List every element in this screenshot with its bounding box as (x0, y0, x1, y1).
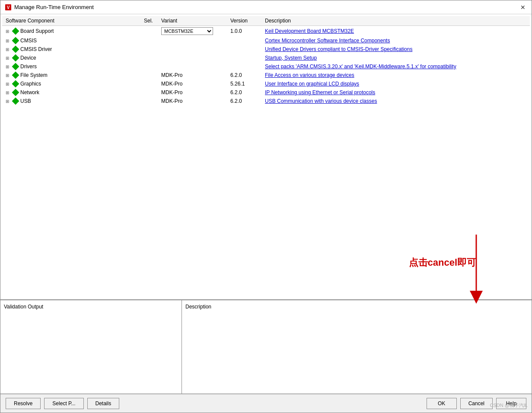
tree-item-cmsis[interactable]: ⊞CMSIS (6, 38, 137, 44)
variant-cell: MCBSTM32E (158, 26, 227, 37)
variant-cell: MDK-Pro (158, 71, 227, 79)
component-label: Drivers (20, 64, 37, 70)
version-cell: 5.26.1 (227, 79, 261, 88)
component-diamond-icon (13, 89, 19, 95)
description-cell: Unified Device Drivers compliant to CMSI… (261, 45, 530, 54)
version-cell: 6.2.0 (227, 71, 261, 79)
description-link[interactable]: Startup, System Setup (265, 55, 317, 61)
expand-icon[interactable]: ⊞ (6, 29, 11, 34)
tree-item-board-support[interactable]: ⊞Board Support (6, 28, 137, 34)
table-row: ⊞File SystemMDK-Pro6.2.0File Access on v… (2, 71, 530, 79)
sel-cell (140, 26, 158, 37)
description-cell: Cortex Microcontroller Software Interfac… (261, 36, 530, 45)
description-panel: Description 点击cancel即可 (182, 300, 532, 394)
component-diamond-icon (13, 38, 19, 44)
ok-button[interactable]: OK (427, 398, 457, 409)
resolve-button[interactable]: Resolve (6, 398, 41, 409)
version-cell (227, 36, 261, 45)
component-diamond-icon (13, 55, 19, 61)
bottom-content: Validation Output Description 点击cancel即可 (0, 300, 532, 394)
expand-icon[interactable]: ⊞ (6, 38, 11, 43)
expand-icon[interactable]: ⊞ (6, 56, 11, 60)
validation-panel: Validation Output (0, 300, 182, 394)
description-link[interactable]: File Access on various storage devices (265, 72, 354, 78)
svg-text:V: V (7, 5, 10, 10)
table-row: ⊞DeviceStartup, System Setup (2, 54, 530, 62)
table-header-row: Software Component Sel. Variant Version … (2, 16, 530, 26)
watermark: CSDN @橘子汽IL (490, 402, 528, 409)
bottom-panel: Validation Output Description 点击cancel即可 (0, 300, 532, 413)
main-window: V Manage Run-Time Environment ✕ Software… (0, 0, 532, 413)
version-cell (227, 45, 261, 54)
variant-cell (158, 45, 227, 54)
expand-icon[interactable]: ⊞ (6, 82, 11, 86)
version-cell (227, 62, 261, 71)
component-label: CMSIS Driver (20, 46, 52, 52)
tree-item-device[interactable]: ⊞Device (6, 55, 137, 61)
table-row: ⊞USBMDK-Pro6.2.0USB Communication with v… (2, 97, 530, 105)
sel-cell (140, 36, 158, 45)
close-button[interactable]: ✕ (519, 3, 527, 12)
tree-item-drivers[interactable]: ⊞Drivers (6, 64, 137, 70)
description-cell: Keil Development Board MCBSTM32E (261, 26, 530, 37)
description-cell: User Interface on graphical LCD displays (261, 79, 530, 88)
version-cell: 1.0.0 (227, 26, 261, 37)
version-cell (227, 54, 261, 62)
tree-item-network[interactable]: ⊞Network (6, 89, 137, 95)
col-header-sel: Sel. (140, 16, 158, 26)
description-cell: File Access on various storage devices (261, 71, 530, 79)
select-p-button[interactable]: Select P... (44, 398, 83, 409)
variant-cell: MDK-Pro (158, 79, 227, 88)
description-link[interactable]: Select packs 'ARM.CMSIS.3.20.x' and 'Kei… (265, 64, 456, 70)
table-row: ⊞CMSISCortex Microcontroller Software In… (2, 36, 530, 45)
col-header-component: Software Component (2, 16, 140, 26)
component-diamond-icon (13, 72, 19, 78)
table-row: ⊞NetworkMDK-Pro6.2.0IP Networking using … (2, 88, 530, 97)
window-title: Manage Run-Time Environment (14, 4, 94, 10)
component-label: Network (20, 89, 39, 95)
description-link[interactable]: Keil Development Board MCBSTM32E (265, 28, 354, 34)
tree-item-file-system[interactable]: ⊞File System (6, 72, 137, 78)
component-diamond-icon (13, 98, 19, 104)
sel-cell (140, 62, 158, 71)
table-row: ⊞Board SupportMCBSTM32E1.0.0Keil Develop… (2, 26, 530, 37)
component-label: Board Support (20, 28, 54, 34)
cancel-button[interactable]: Cancel (460, 398, 493, 409)
version-cell: 6.2.0 (227, 88, 261, 97)
expand-icon[interactable]: ⊞ (6, 90, 11, 95)
description-cell: USB Communication with various device cl… (261, 97, 530, 105)
component-diamond-icon (13, 46, 19, 52)
description-cell: Startup, System Setup (261, 54, 530, 62)
sel-cell (140, 71, 158, 79)
description-link[interactable]: User Interface on graphical LCD displays (265, 81, 359, 87)
description-link[interactable]: IP Networking using Ethernet or Serial p… (265, 89, 375, 95)
component-label: Graphics (20, 81, 41, 87)
expand-icon[interactable]: ⊞ (6, 73, 11, 78)
component-diamond-icon (13, 64, 19, 70)
details-button[interactable]: Details (87, 398, 120, 409)
tree-item-graphics[interactable]: ⊞Graphics (6, 81, 137, 87)
tree-item-usb[interactable]: ⊞USB (6, 98, 137, 104)
validation-title: Validation Output (4, 304, 178, 310)
col-header-description: Description (261, 16, 530, 26)
description-link[interactable]: USB Communication with various device cl… (265, 98, 377, 104)
main-content: Software Component Sel. Variant Version … (0, 14, 532, 413)
expand-icon[interactable]: ⊞ (6, 99, 11, 104)
variant-cell (158, 54, 227, 62)
description-cell: IP Networking using Ethernet or Serial p… (261, 88, 530, 97)
component-diamond-icon (13, 28, 19, 34)
description-title: Description (185, 304, 528, 310)
variant-cell (158, 36, 227, 45)
expand-icon[interactable]: ⊞ (6, 47, 11, 52)
sel-cell (140, 54, 158, 62)
arrow-annotation (450, 235, 502, 304)
col-header-version: Version (227, 16, 261, 26)
tree-item-cmsis-driver[interactable]: ⊞CMSIS Driver (6, 46, 137, 52)
description-cell: Select packs 'ARM.CMSIS.3.20.x' and 'Kei… (261, 62, 530, 71)
variant-select[interactable]: MCBSTM32E (161, 27, 213, 35)
description-link[interactable]: Cortex Microcontroller Software Interfac… (265, 38, 390, 44)
description-link[interactable]: Unified Device Drivers compliant to CMSI… (265, 46, 412, 52)
expand-icon[interactable]: ⊞ (6, 64, 11, 69)
table-row: ⊞CMSIS DriverUnified Device Drivers comp… (2, 45, 530, 54)
component-table: Software Component Sel. Variant Version … (2, 16, 530, 105)
